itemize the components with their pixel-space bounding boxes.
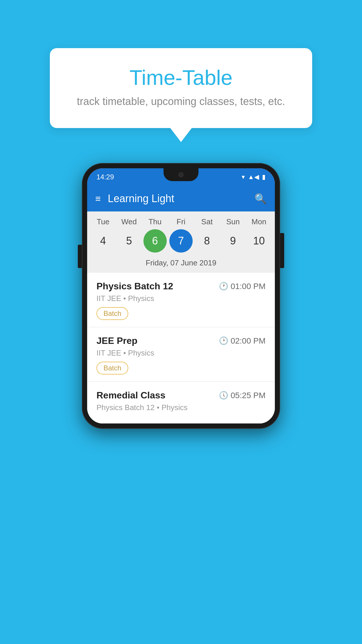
app-bar: ≡ Learning Light 🔍 [87, 186, 275, 211]
day-9[interactable]: 9 [221, 229, 245, 253]
item-1-meta: IIT JEE • Physics [96, 294, 266, 303]
day-10[interactable]: 10 [247, 229, 270, 253]
item-3-meta: Physics Batch 12 • Physics [96, 403, 266, 412]
item-2-name: JEE Prep [96, 335, 138, 346]
menu-icon[interactable]: ≡ [95, 193, 101, 204]
info-card: Time-Table track timetable, upcoming cla… [50, 48, 312, 128]
item-1-name: Physics Batch 12 [96, 281, 173, 292]
notch [164, 168, 198, 181]
status-bar: 14:29 ▾ ▲◀ ▮ [87, 168, 275, 186]
day-6[interactable]: 6 [143, 229, 167, 253]
clock-icon-1: 🕐 [219, 282, 228, 291]
item-2-time: 🕑 02:00 PM [219, 336, 266, 346]
phone-body: 14:29 ▾ ▲◀ ▮ ≡ Learning Light 🔍 Tue [82, 163, 280, 429]
day-4[interactable]: 4 [92, 229, 115, 253]
item-2-badge: Batch [96, 362, 128, 374]
search-icon[interactable]: 🔍 [254, 193, 267, 204]
day-headers: Tue Wed Thu Fri Sat Sun Mon [87, 217, 275, 226]
item-1-header: Physics Batch 12 🕐 01:00 PM [96, 281, 266, 292]
item-1-time: 🕐 01:00 PM [219, 282, 266, 291]
schedule-list: Physics Batch 12 🕐 01:00 PM IIT JEE • Ph… [87, 273, 275, 424]
signal-icon: ▲◀ [248, 173, 259, 181]
calendar-strip: Tue Wed Thu Fri Sat Sun Mon 4 5 6 7 8 9 … [87, 211, 275, 273]
clock-icon-2: 🕑 [219, 336, 228, 345]
day-header-sun: Sun [221, 217, 245, 226]
day-header-wed: Wed [117, 217, 141, 226]
status-icons: ▾ ▲◀ ▮ [242, 173, 266, 181]
item-3-time: 🕔 05:25 PM [219, 391, 266, 400]
wifi-icon: ▾ [242, 173, 245, 181]
phone-screen: 14:29 ▾ ▲◀ ▮ ≡ Learning Light 🔍 Tue [87, 168, 275, 424]
day-7[interactable]: 7 [169, 229, 193, 253]
schedule-item-1[interactable]: Physics Batch 12 🕐 01:00 PM IIT JEE • Ph… [87, 273, 275, 327]
status-time: 14:29 [96, 173, 114, 181]
battery-icon: ▮ [262, 173, 266, 181]
day-header-fri: Fri [169, 217, 193, 226]
item-1-badge: Batch [96, 307, 128, 320]
item-2-meta: IIT JEE • Physics [96, 349, 266, 358]
day-8[interactable]: 8 [195, 229, 219, 253]
item-3-name: Remedial Class [96, 390, 166, 401]
day-header-tue: Tue [92, 217, 115, 226]
day-header-thu: Thu [143, 217, 167, 226]
camera [178, 172, 184, 177]
day-5[interactable]: 5 [117, 229, 141, 253]
phone-mockup: 14:29 ▾ ▲◀ ▮ ≡ Learning Light 🔍 Tue [82, 163, 280, 429]
schedule-item-3[interactable]: Remedial Class 🕔 05:25 PM Physics Batch … [87, 382, 275, 424]
item-3-header: Remedial Class 🕔 05:25 PM [96, 390, 266, 401]
schedule-item-2[interactable]: JEE Prep 🕑 02:00 PM IIT JEE • Physics Ba… [87, 327, 275, 382]
item-2-header: JEE Prep 🕑 02:00 PM [96, 335, 266, 346]
app-title: Learning Light [108, 192, 254, 205]
card-title: Time-Table [73, 66, 289, 90]
day-header-mon: Mon [247, 217, 270, 226]
clock-icon-3: 🕔 [219, 391, 228, 400]
card-subtitle: track timetable, upcoming classes, tests… [73, 95, 289, 108]
day-numbers[interactable]: 4 5 6 7 8 9 10 [87, 229, 275, 253]
selected-date: Friday, 07 June 2019 [87, 256, 275, 273]
day-header-sat: Sat [195, 217, 219, 226]
